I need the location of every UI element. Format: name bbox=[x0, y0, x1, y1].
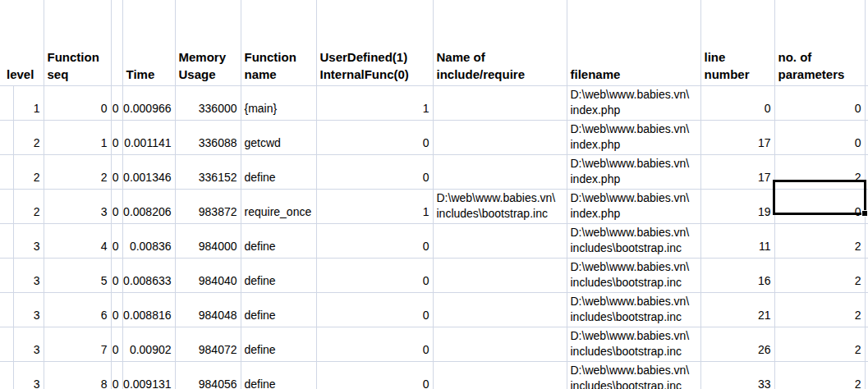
cell-sliver[interactable] bbox=[865, 190, 868, 224]
cell-sliver[interactable] bbox=[865, 224, 868, 259]
cell-flag[interactable]: 0 bbox=[111, 86, 122, 121]
cell-memory[interactable]: 336152 bbox=[175, 155, 241, 190]
cell-seq[interactable]: 6 bbox=[44, 293, 111, 327]
cell-level[interactable]: 2 bbox=[13, 190, 44, 224]
cell-function-name[interactable]: define bbox=[241, 362, 316, 389]
cell-function-name[interactable]: getcwd bbox=[241, 121, 316, 155]
cell-time[interactable]: 0.008633 bbox=[122, 259, 175, 293]
cell-include[interactable] bbox=[433, 86, 567, 121]
cell-sliver[interactable] bbox=[865, 327, 868, 362]
cell-filename[interactable]: D:\web\www.babies.vn\ index.php bbox=[567, 121, 700, 155]
cell-level[interactable]: 2 bbox=[13, 155, 44, 190]
cell-function-name[interactable]: define bbox=[241, 293, 316, 327]
column-header-filename[interactable]: filename bbox=[567, 0, 700, 86]
cell-user-defined[interactable]: 0 bbox=[316, 293, 433, 327]
fill-handle[interactable] bbox=[861, 210, 868, 217]
cell-gutter[interactable] bbox=[0, 190, 13, 224]
cell-parameters-active[interactable]: 0 bbox=[774, 190, 865, 224]
cell-time[interactable]: 0.00836 bbox=[122, 224, 175, 259]
cell-function-name[interactable]: define bbox=[241, 224, 316, 259]
cell-seq[interactable]: 1 bbox=[44, 121, 111, 155]
cell-time[interactable]: 0.001141 bbox=[122, 121, 175, 155]
cell-time[interactable]: 0.009131 bbox=[122, 362, 175, 389]
column-header-level[interactable]: level bbox=[0, 0, 44, 86]
cell-memory[interactable]: 336088 bbox=[175, 121, 241, 155]
cell-line-number[interactable]: 33 bbox=[700, 362, 774, 389]
cell-flag[interactable]: 0 bbox=[111, 224, 122, 259]
cell-gutter[interactable] bbox=[0, 121, 13, 155]
cell-include[interactable]: D:\web\www.babies.vn\ includes\bootstrap… bbox=[433, 190, 567, 224]
cell-level[interactable]: 3 bbox=[13, 293, 44, 327]
cell-user-defined[interactable]: 0 bbox=[316, 362, 433, 389]
cell-time[interactable]: 0.008816 bbox=[122, 293, 175, 327]
cell-function-name[interactable]: {main} bbox=[241, 86, 316, 121]
column-header-flag[interactable] bbox=[111, 0, 122, 86]
cell-seq[interactable]: 4 bbox=[44, 224, 111, 259]
cell-gutter[interactable] bbox=[0, 327, 13, 362]
cell-memory[interactable]: 336000 bbox=[175, 86, 241, 121]
cell-include[interactable] bbox=[433, 224, 567, 259]
cell-include[interactable] bbox=[433, 293, 567, 327]
cell-line-number[interactable]: 0 bbox=[700, 86, 774, 121]
cell-flag[interactable]: 0 bbox=[111, 327, 122, 362]
cell-parameters[interactable]: 2 bbox=[774, 293, 865, 327]
column-header-function-name[interactable]: Function name bbox=[241, 0, 316, 86]
cell-memory[interactable]: 984056 bbox=[175, 362, 241, 389]
cell-time[interactable]: 0.000966 bbox=[122, 86, 175, 121]
cell-seq[interactable]: 2 bbox=[44, 155, 111, 190]
cell-gutter[interactable] bbox=[0, 259, 13, 293]
cell-parameters[interactable]: 2 bbox=[774, 224, 865, 259]
cell-parameters[interactable]: 0 bbox=[774, 86, 865, 121]
cell-level[interactable]: 3 bbox=[13, 259, 44, 293]
column-header-function-seq[interactable]: Function seq bbox=[44, 0, 111, 86]
cell-time[interactable]: 0.001346 bbox=[122, 155, 175, 190]
column-header-include-require[interactable]: Name of include/require bbox=[433, 0, 567, 86]
cell-gutter[interactable] bbox=[0, 224, 13, 259]
cell-include[interactable] bbox=[433, 259, 567, 293]
cell-seq[interactable]: 7 bbox=[44, 327, 111, 362]
cell-sliver[interactable] bbox=[865, 293, 868, 327]
column-header-no-of-parameters[interactable]: no. of parameters bbox=[774, 0, 865, 86]
cell-flag[interactable]: 0 bbox=[111, 293, 122, 327]
cell-flag[interactable]: 0 bbox=[111, 362, 122, 389]
cell-include[interactable] bbox=[433, 121, 567, 155]
cell-memory[interactable]: 984040 bbox=[175, 259, 241, 293]
cell-memory[interactable]: 984048 bbox=[175, 293, 241, 327]
cell-gutter[interactable] bbox=[0, 362, 13, 389]
cell-include[interactable] bbox=[433, 155, 567, 190]
cell-include[interactable] bbox=[433, 362, 567, 389]
cell-level[interactable]: 3 bbox=[13, 224, 44, 259]
cell-flag[interactable]: 0 bbox=[111, 259, 122, 293]
cell-flag[interactable]: 0 bbox=[111, 121, 122, 155]
cell-memory[interactable]: 984000 bbox=[175, 224, 241, 259]
cell-time[interactable]: 0.00902 bbox=[122, 327, 175, 362]
cell-memory[interactable]: 983872 bbox=[175, 190, 241, 224]
cell-filename[interactable]: D:\web\www.babies.vn\ index.php bbox=[567, 155, 700, 190]
cell-user-defined[interactable]: 0 bbox=[316, 327, 433, 362]
cell-level[interactable]: 3 bbox=[13, 327, 44, 362]
column-header-time[interactable]: Time bbox=[122, 0, 175, 86]
column-header-userdefined-internalfunc[interactable]: UserDefined(1) InternalFunc(0) bbox=[316, 0, 433, 86]
cell-flag[interactable]: 0 bbox=[111, 190, 122, 224]
cell-line-number[interactable]: 16 bbox=[700, 259, 774, 293]
cell-sliver[interactable] bbox=[865, 155, 868, 190]
column-header-memory-usage[interactable]: Memory Usage bbox=[175, 0, 241, 86]
cell-line-number[interactable]: 19 bbox=[700, 190, 774, 224]
cell-parameters[interactable]: 2 bbox=[774, 259, 865, 293]
cell-user-defined[interactable]: 1 bbox=[316, 190, 433, 224]
cell-parameters[interactable]: 2 bbox=[774, 155, 865, 190]
cell-filename[interactable]: D:\web\www.babies.vn\ index.php bbox=[567, 86, 700, 121]
cell-function-name[interactable]: define bbox=[241, 259, 316, 293]
cell-seq[interactable]: 3 bbox=[44, 190, 111, 224]
cell-memory[interactable]: 984072 bbox=[175, 327, 241, 362]
cell-sliver[interactable] bbox=[865, 259, 868, 293]
cell-filename[interactable]: D:\web\www.babies.vn\ includes\bootstrap… bbox=[567, 224, 700, 259]
cell-sliver[interactable] bbox=[865, 86, 868, 121]
cell-parameters[interactable]: 2 bbox=[774, 362, 865, 389]
cell-gutter[interactable] bbox=[0, 86, 13, 121]
cell-user-defined[interactable]: 0 bbox=[316, 155, 433, 190]
cell-level[interactable]: 2 bbox=[13, 121, 44, 155]
cell-seq[interactable]: 8 bbox=[44, 362, 111, 389]
column-header-sliver[interactable] bbox=[865, 0, 868, 86]
cell-level[interactable]: 3 bbox=[13, 362, 44, 389]
